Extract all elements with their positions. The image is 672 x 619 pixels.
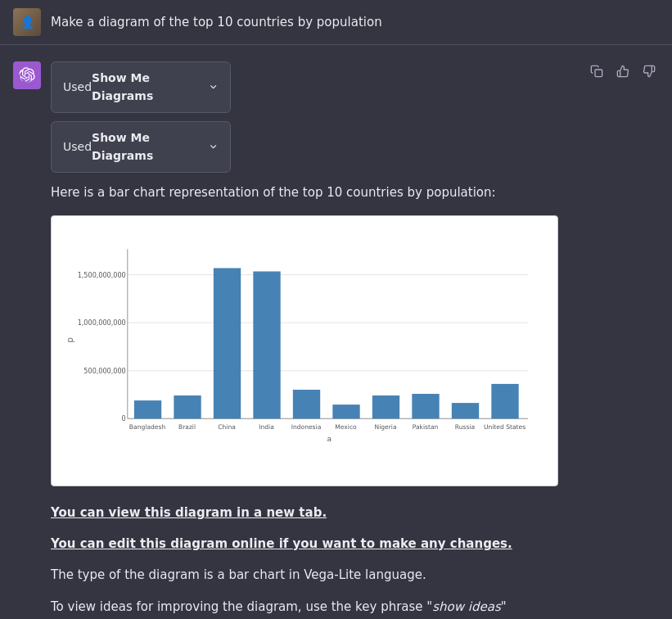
bar-russia xyxy=(452,403,479,418)
bar-pakistan xyxy=(412,394,439,418)
label-indonesia: Indonesia xyxy=(291,423,322,431)
tool-dropdown-2[interactable]: Used Show Me Diagrams xyxy=(51,121,231,173)
thumbs-up-icon xyxy=(616,65,629,78)
body-text-2-suffix: " xyxy=(501,599,507,614)
x-axis-label: a xyxy=(327,434,332,442)
main-content: Used Show Me Diagrams Used Show Me Diagr… xyxy=(0,45,672,619)
svg-rect-0 xyxy=(595,70,602,77)
thumbs-up-button[interactable] xyxy=(613,61,633,81)
body-text-1: The type of the diagram is a bar chart i… xyxy=(51,565,659,585)
label-russia: Russia xyxy=(455,423,475,431)
thumbs-down-icon xyxy=(643,65,656,78)
conversation-title: Make a diagram of the top 10 countries b… xyxy=(51,12,382,32)
y-tick-1-5b: 1,500,000,000 xyxy=(78,270,126,278)
view-diagram-link[interactable]: You can view this diagram in a new tab. xyxy=(51,503,659,522)
openai-icon xyxy=(19,67,35,84)
bar-nigeria xyxy=(372,395,399,418)
chart-description: Here is a bar chart representation of th… xyxy=(51,183,659,202)
label-nigeria: Nigeria xyxy=(374,423,396,431)
tool-name-2: Show Me Diagrams xyxy=(92,129,208,165)
bar-us xyxy=(491,383,518,418)
assistant-avatar xyxy=(13,61,41,89)
chevron-down-icon-1 xyxy=(208,81,219,93)
bar-india xyxy=(253,271,280,418)
chart-container: p 0 500,000,000 1,000,000,000 1,500,000,… xyxy=(51,215,558,487)
y-axis-label: p xyxy=(65,337,74,342)
y-tick-1b: 1,000,000,000 xyxy=(78,319,126,327)
tool-label-2: Used Show Me Diagrams xyxy=(63,129,208,165)
body-text-2-prefix: To view ideas for improving the diagram,… xyxy=(51,599,432,614)
label-brazil: Brazil xyxy=(178,423,196,431)
tool-name-1: Show Me Diagrams xyxy=(92,69,208,106)
avatar-image: 👤 xyxy=(13,8,41,36)
y-tick-500m: 500,000,000 xyxy=(83,366,125,374)
label-bangladesh: Bangladesh xyxy=(129,423,166,431)
label-us: United States xyxy=(484,423,525,431)
content-area: Used Show Me Diagrams Used Show Me Diagr… xyxy=(51,61,659,619)
tool-dropdown-1[interactable]: Used Show Me Diagrams xyxy=(51,61,231,113)
bar-china xyxy=(214,268,241,418)
used-text-2: Used xyxy=(63,138,92,156)
body-text-2-italic: show ideas xyxy=(432,599,500,614)
bar-indonesia xyxy=(293,390,320,418)
label-mexico: Mexico xyxy=(335,423,357,431)
thumbs-down-button[interactable] xyxy=(639,61,659,81)
bar-chart: p 0 500,000,000 1,000,000,000 1,500,000,… xyxy=(65,233,544,448)
label-pakistan: Pakistan xyxy=(413,423,439,431)
y-tick-0: 0 xyxy=(122,414,126,422)
chevron-down-icon-2 xyxy=(208,141,219,152)
header-bar: 👤 Make a diagram of the top 10 countries… xyxy=(0,0,672,45)
bar-brazil xyxy=(174,395,201,418)
user-avatar: 👤 xyxy=(13,8,41,36)
edit-diagram-link[interactable]: You can edit this diagram online if you … xyxy=(51,534,659,553)
bar-bangladesh xyxy=(134,400,161,418)
body-text-2: To view ideas for improving the diagram,… xyxy=(51,597,659,617)
action-icons xyxy=(587,61,659,81)
label-china: China xyxy=(218,423,236,431)
label-india: India xyxy=(259,423,274,431)
bar-mexico xyxy=(332,404,359,418)
copy-button[interactable] xyxy=(587,61,607,81)
copy-icon xyxy=(590,65,603,78)
tool-label-1: Used Show Me Diagrams xyxy=(63,69,208,106)
used-text-1: Used xyxy=(63,78,92,96)
